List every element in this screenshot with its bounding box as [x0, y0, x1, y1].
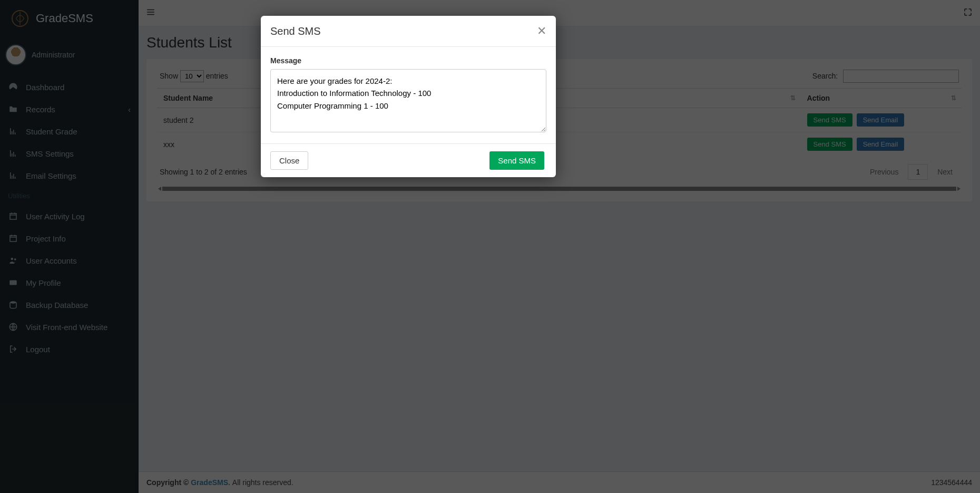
- message-label: Message: [270, 56, 546, 65]
- send-sms-submit-button[interactable]: Send SMS: [489, 151, 544, 170]
- modal-header: Send SMS ✕: [261, 16, 556, 47]
- modal-title: Send SMS: [270, 25, 321, 37]
- modal-close-button[interactable]: ✕: [537, 24, 546, 38]
- modal-body: Message: [261, 47, 556, 143]
- message-textarea[interactable]: [270, 69, 546, 132]
- send-sms-modal: Send SMS ✕ Message Close Send SMS: [261, 16, 556, 177]
- close-button[interactable]: Close: [270, 151, 308, 170]
- modal-footer: Close Send SMS: [261, 143, 556, 177]
